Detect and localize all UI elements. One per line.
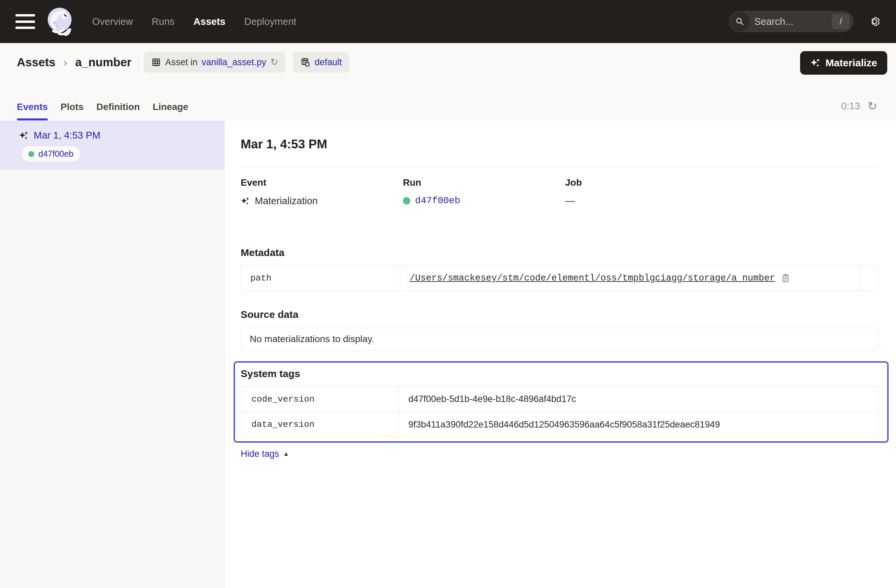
- job-column: Job —: [565, 177, 879, 207]
- events-sidebar: Mar 1, 4:53 PM d47f00eb: [0, 120, 224, 588]
- run-tag-id: d47f00eb: [38, 149, 73, 159]
- asset-group-icon: [300, 57, 310, 67]
- hide-tags-label: Hide tags: [241, 449, 279, 459]
- run-label: Run: [403, 177, 565, 188]
- job-label: Job: [565, 177, 879, 188]
- tab-definition[interactable]: Definition: [96, 102, 140, 120]
- event-detail-title: Mar 1, 4:53 PM: [241, 137, 879, 151]
- asset-pill-prefix: Asset in: [165, 57, 198, 68]
- nav-item-overview[interactable]: Overview: [92, 16, 133, 27]
- search-box[interactable]: /: [729, 11, 853, 32]
- event-detail-panel: Mar 1, 4:53 PM Event Materialization Run…: [225, 120, 896, 588]
- run-status-dot-icon: [403, 197, 410, 205]
- system-tags-table: code_version d47f00eb-5d1b-4e9e-b18c-489…: [242, 386, 879, 437]
- breadcrumb-chevron-icon: ›: [63, 56, 68, 68]
- sparkle-icon: [241, 196, 250, 206]
- search-shortcut-badge: /: [832, 14, 850, 29]
- asset-group-pill[interactable]: default: [293, 52, 349, 73]
- event-type-value: Materialization: [255, 196, 318, 207]
- run-status-dot-icon: [28, 151, 34, 157]
- nav-item-runs[interactable]: Runs: [152, 16, 175, 27]
- metadata-heading: Metadata: [241, 247, 879, 258]
- metadata-table: path /Users/smackesey/stm/code/elementl/…: [241, 265, 879, 291]
- asset-definition-pill[interactable]: Asset in vanilla_asset.py ↻: [144, 52, 286, 73]
- breadcrumb: Assets › a_number Asset in vanilla_asset…: [17, 51, 349, 73]
- metadata-key: path: [241, 265, 400, 291]
- source-data-heading: Source data: [241, 309, 879, 320]
- table-row: path /Users/smackesey/stm/code/elementl/…: [241, 265, 878, 291]
- run-id-link[interactable]: d47f00eb: [415, 196, 460, 206]
- refresh-icon[interactable]: ↻: [868, 100, 878, 112]
- event-column: Event Materialization: [241, 177, 403, 207]
- materialize-button[interactable]: Materialize: [800, 51, 887, 75]
- sparkle-icon: [810, 58, 821, 68]
- asset-file-link[interactable]: vanilla_asset.py: [202, 57, 266, 68]
- event-timestamp: Mar 1, 4:53 PM: [34, 130, 100, 141]
- asset-tabs: Events Plots Definition Lineage: [17, 102, 188, 120]
- source-data-empty-state: No materializations to display.: [241, 328, 879, 351]
- event-list-item[interactable]: Mar 1, 4:53 PM d47f00eb: [0, 120, 224, 170]
- tag-key: code_version: [242, 386, 399, 412]
- table-row: code_version d47f00eb-5d1b-4e9e-b18c-489…: [242, 386, 878, 412]
- settings-gear-icon[interactable]: [868, 15, 881, 28]
- tab-lineage[interactable]: Lineage: [152, 102, 188, 120]
- table-gutter: [860, 265, 878, 291]
- hide-tags-link[interactable]: Hide tags ▲: [241, 449, 289, 459]
- run-tag[interactable]: d47f00eb: [21, 146, 80, 161]
- materialize-label: Materialize: [826, 57, 877, 68]
- tag-value: d47f00eb-5d1b-4e9e-b18c-4896af4bd17c: [408, 394, 576, 404]
- nav-item-assets[interactable]: Assets: [194, 16, 226, 27]
- job-empty-value: —: [565, 196, 575, 207]
- breadcrumb-assets-link[interactable]: Assets: [17, 56, 56, 69]
- system-tags-highlight-box: System tags code_version d47f00eb-5d1b-4…: [233, 361, 888, 443]
- top-nav: Overview Runs Assets Deployment /: [0, 0, 896, 43]
- sparkle-icon: [19, 131, 29, 141]
- asset-grid-icon: [151, 57, 161, 67]
- event-label: Event: [241, 177, 403, 188]
- search-input[interactable]: [754, 16, 832, 27]
- system-tags-heading: System tags: [241, 368, 879, 380]
- primary-nav: Overview Runs Assets Deployment: [92, 16, 296, 27]
- collapse-arrow-icon: ▲: [283, 450, 289, 457]
- tag-key: data_version: [242, 412, 399, 437]
- page-header: Assets › a_number Asset in vanilla_asset…: [0, 43, 896, 120]
- hamburger-menu-icon[interactable]: [15, 14, 35, 29]
- source-data-empty-text: No materializations to display.: [250, 334, 374, 345]
- table-row: data_version 9f3b411a390fd22e158d446d5d1…: [242, 412, 878, 437]
- refresh-countdown: 0:13: [841, 100, 860, 112]
- reload-definition-icon[interactable]: ↻: [270, 58, 278, 67]
- search-icon: [730, 12, 750, 31]
- dagster-logo-icon[interactable]: [45, 6, 76, 37]
- page-title: a_number: [75, 56, 131, 69]
- group-link[interactable]: default: [314, 57, 341, 68]
- run-column: Run d47f00eb: [403, 177, 565, 207]
- tab-plots[interactable]: Plots: [61, 102, 84, 120]
- tab-events[interactable]: Events: [17, 102, 48, 120]
- nav-item-deployment[interactable]: Deployment: [244, 16, 297, 27]
- copy-to-clipboard-icon[interactable]: [780, 273, 791, 283]
- path-value-link[interactable]: /Users/smackesey/stm/code/elementl/oss/t…: [410, 273, 775, 283]
- tag-value: 9f3b411a390fd22e158d446d5d12504963596aa6…: [408, 419, 720, 430]
